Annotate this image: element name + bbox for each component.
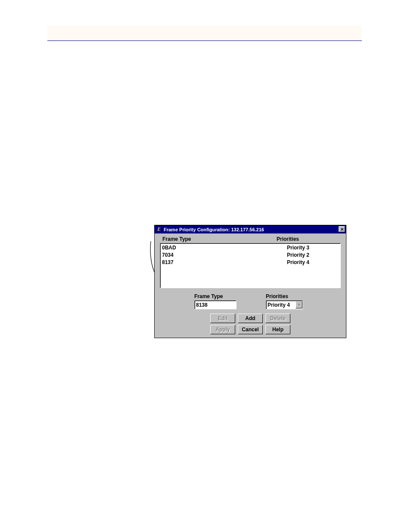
list-column-headers: Frame Type Priorities <box>160 236 341 242</box>
app-icon: E <box>156 226 162 233</box>
button-row-1: Edit Add Delete <box>160 314 341 323</box>
frame-priority-dialog: E Frame Priority Configuration: 132.177.… <box>154 225 346 338</box>
list-cell-type: 7034 <box>162 252 287 259</box>
frame-type-input[interactable] <box>194 300 237 309</box>
chevron-down-icon: ▼ <box>296 301 302 308</box>
frame-type-label: Frame Type <box>194 293 237 299</box>
list-cell-priority: Priority 4 <box>287 259 339 266</box>
add-button[interactable]: Add <box>238 314 263 323</box>
priorities-value: Priority 4 <box>266 302 296 308</box>
edit-button[interactable]: Edit <box>210 314 235 323</box>
list-item[interactable]: 8137 Priority 4 <box>162 259 339 266</box>
help-button[interactable]: Help <box>265 325 290 334</box>
priorities-dropdown[interactable]: Priority 4 ▼ <box>266 300 303 309</box>
list-cell-type: 0BAD <box>162 244 287 252</box>
list-item[interactable]: 0BAD Priority 3 <box>162 244 339 252</box>
dialog-titlebar: E Frame Priority Configuration: 132.177.… <box>155 225 346 233</box>
frame-priority-list[interactable]: 0BAD Priority 3 7034 Priority 2 8137 Pri… <box>160 243 341 288</box>
dialog-content: Frame Type Priorities 0BAD Priority 3 70… <box>155 233 346 338</box>
frame-type-group: Frame Type <box>194 293 237 309</box>
list-cell-priority: Priority 3 <box>287 244 339 252</box>
apply-button[interactable]: Apply <box>210 325 235 334</box>
page-header-band <box>47 26 362 41</box>
cancel-button[interactable]: Cancel <box>238 325 263 334</box>
priorities-group: Priorities Priority 4 ▼ <box>266 293 303 309</box>
header-priorities: Priorities <box>277 236 338 242</box>
input-row: Frame Type Priorities Priority 4 ▼ <box>160 293 341 309</box>
list-cell-type: 8137 <box>162 259 287 266</box>
header-frame-type: Frame Type <box>162 236 277 242</box>
delete-button[interactable]: Delete <box>265 314 290 323</box>
priorities-label: Priorities <box>266 293 303 299</box>
list-item[interactable]: 7034 Priority 2 <box>162 252 339 259</box>
dialog-title: Frame Priority Configuration: 132.177.56… <box>164 227 264 232</box>
button-row-2: Apply Cancel Help <box>160 325 341 334</box>
close-button[interactable]: ✕ <box>339 226 345 232</box>
close-icon: ✕ <box>340 227 344 232</box>
list-cell-priority: Priority 2 <box>287 252 339 259</box>
